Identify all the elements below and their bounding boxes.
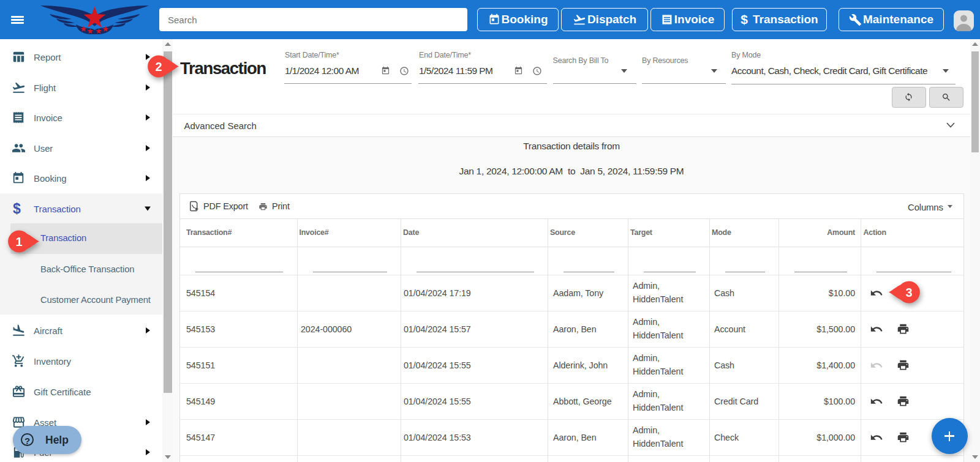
svg-text:3: 3 [905,286,912,299]
svg-text:2: 2 [155,60,162,73]
svg-text:1: 1 [15,235,22,248]
